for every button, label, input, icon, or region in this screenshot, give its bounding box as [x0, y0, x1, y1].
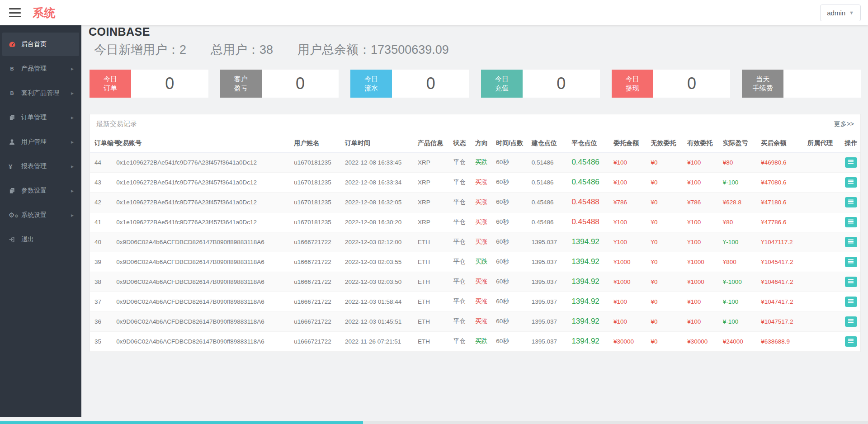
order-detail-button[interactable] — [845, 316, 857, 327]
stat-card-value — [783, 70, 861, 98]
table-cell: 0.45486 — [529, 192, 569, 212]
table-cell: ¥786 — [684, 192, 720, 212]
table-cell: ¥100 — [684, 152, 720, 172]
table-cell: 1394.92 — [569, 272, 611, 292]
sidebar: 后台首页B产品管理▸B套利产品管理▸订单管理▸用户管理▸¥报表管理▸参数设置▸⚙… — [0, 25, 81, 417]
stat-card-3: 今日充值0 — [481, 70, 600, 98]
params-icon — [9, 187, 21, 194]
sidebar-item-2[interactable]: B套利产品管理▸ — [2, 81, 79, 105]
table-cell: ¥1047417.2 — [758, 292, 805, 311]
order-detail-button[interactable] — [845, 237, 857, 247]
table-cell: ¥100 — [611, 212, 648, 232]
table-cell: ¥628.8 — [720, 192, 759, 212]
stat-card-4: 今日提现0 — [612, 70, 731, 98]
sidebar-item-5[interactable]: ¥报表管理▸ — [2, 155, 79, 178]
table-cell: 35 — [90, 331, 113, 351]
chevron-right-icon: ▸ — [71, 188, 74, 194]
detail-list-icon — [848, 219, 854, 226]
table-cell: 36 — [90, 311, 113, 331]
sidebar-item-1[interactable]: B产品管理▸ — [2, 57, 79, 80]
table-row: 410x1e1096272BAe541fc9D776A23f457f3641a0… — [90, 212, 860, 232]
sidebar-item-7[interactable]: ⚙⚙系统设置▸ — [2, 203, 79, 227]
table-cell: 0.45488 — [569, 192, 611, 212]
table-cell: ¥1000 — [684, 252, 720, 272]
main-content: 今日新增用户：2 总用户：38 用户总余额：173500639.09 今日订单0… — [81, 25, 868, 352]
order-detail-button[interactable] — [845, 257, 857, 267]
table-cell-action — [842, 272, 860, 292]
table-row: 420x1e1096272BAe541fc9D776A23f457f3641a0… — [90, 192, 860, 212]
table-cell: 2022-11-26 07:21:51 — [342, 331, 415, 351]
column-header: 买后余额 — [758, 134, 805, 152]
table-cell: 平仓 — [451, 192, 472, 212]
table-cell: 买涨 — [472, 192, 493, 212]
column-header: 状态 — [451, 134, 472, 152]
table-cell: 0.45486 — [569, 152, 611, 172]
order-detail-button[interactable] — [845, 277, 857, 287]
sidebar-item-8[interactable]: 退出 — [2, 228, 79, 251]
table-cell: ¥100 — [684, 212, 720, 232]
bitcoin-icon: B — [9, 65, 21, 72]
table-cell — [805, 311, 842, 331]
table-cell: 1394.92 — [569, 252, 611, 272]
column-header: 委托金额 — [611, 134, 648, 152]
order-detail-button[interactable] — [845, 197, 857, 207]
table-row: 370x9D06C02A4b6ACFDBCD826147B090ff898831… — [90, 292, 860, 311]
table-cell: u1666721722 — [291, 272, 342, 292]
sidebar-item-4[interactable]: 用户管理▸ — [2, 130, 79, 154]
table-cell: 60秒 — [493, 152, 529, 172]
column-header: 订单编号 — [90, 134, 113, 152]
table-cell: ¥0 — [648, 232, 685, 252]
table-cell: ¥1000 — [611, 252, 648, 272]
more-link[interactable]: 更多>> — [834, 120, 854, 128]
table-cell: 40 — [90, 232, 113, 252]
table-cell: ¥0 — [648, 192, 685, 212]
sidebar-item-0[interactable]: 后台首页 — [2, 33, 79, 56]
column-header: 方向 — [472, 134, 493, 152]
table-cell: 41 — [90, 212, 113, 232]
table-cell: ¥47180.6 — [758, 192, 805, 212]
table-cell: 0x9D06C02A4b6ACFDBCD826147B090ff89883118… — [113, 292, 291, 311]
table-cell: 0x9D06C02A4b6ACFDBCD826147B090ff89883118… — [113, 252, 291, 272]
horizontal-scrollbar-thumb[interactable] — [0, 421, 363, 424]
column-header: 订单时间 — [342, 134, 415, 152]
order-detail-button[interactable] — [845, 157, 857, 168]
table-cell: ¥0 — [648, 272, 685, 292]
table-cell: 2022-12-03 02:03:50 — [342, 272, 415, 292]
table-cell: 0.51486 — [529, 172, 569, 192]
table-row: 400x9D06C02A4b6ACFDBCD826147B090ff898831… — [90, 232, 860, 252]
table-cell — [805, 272, 842, 292]
table-cell: u1666721722 — [291, 292, 342, 311]
sidebar-item-3[interactable]: 订单管理▸ — [2, 106, 79, 129]
sidebar-item-6[interactable]: 参数设置▸ — [2, 179, 79, 203]
detail-list-icon — [848, 179, 854, 186]
table-cell: 2022-12-08 16:33:45 — [342, 152, 415, 172]
table-cell: 60秒 — [493, 192, 529, 212]
table-cell: 2022-12-08 16:33:34 — [342, 172, 415, 192]
table-cell: ¥1000 — [684, 272, 720, 292]
table-cell: ¥800 — [720, 252, 759, 272]
table-cell: 平仓 — [451, 311, 472, 331]
user-menu-button[interactable]: admin ▼ — [820, 5, 861, 21]
table-cell: 1395.037 — [529, 311, 569, 331]
table-cell: 0x1e1096272BAe541fc9D776A23f457f3641a0Dc… — [113, 192, 291, 212]
menu-toggle-icon[interactable] — [9, 8, 21, 17]
user-icon — [9, 138, 21, 146]
table-cell: 42 — [90, 192, 113, 212]
table-cell: XRP — [415, 152, 451, 172]
sidebar-item-label: 参数设置 — [21, 187, 47, 195]
table-cell: 39 — [90, 252, 113, 272]
table-cell: 60秒 — [493, 232, 529, 252]
order-detail-button[interactable] — [845, 336, 857, 347]
horizontal-scrollbar-track[interactable] — [0, 421, 868, 424]
chevron-right-icon: ▸ — [71, 163, 74, 170]
table-cell: ¥-100 — [720, 232, 759, 252]
table-cell: ¥0 — [648, 311, 685, 331]
column-header: 所属代理 — [805, 134, 842, 152]
table-cell: ¥0 — [648, 152, 685, 172]
stat-card-label: 今日订单 — [90, 70, 131, 98]
stat-card-1: 客户盈亏0 — [220, 70, 339, 98]
order-detail-button[interactable] — [845, 217, 857, 227]
order-detail-button[interactable] — [845, 177, 857, 188]
table-cell: 0.45486 — [529, 212, 569, 232]
order-detail-button[interactable] — [845, 297, 857, 307]
